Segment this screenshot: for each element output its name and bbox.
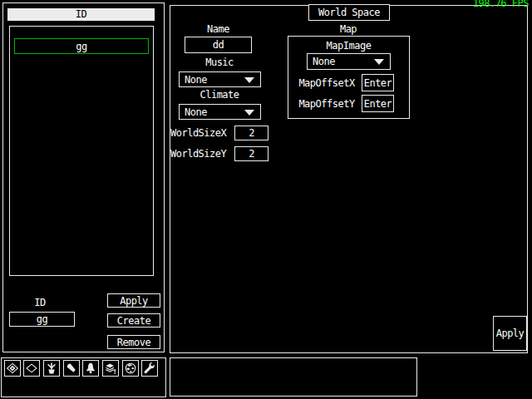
map-image-dropdown[interactable]: None — [307, 53, 391, 70]
id-field-label: ID — [11, 297, 69, 308]
name-label: Name — [185, 23, 252, 35]
tile-empty-tool-button[interactable] — [23, 360, 40, 377]
music-dropdown-value: None — [185, 74, 207, 86]
apply-button[interactable]: Apply — [107, 293, 160, 308]
wrench-tool-button[interactable] — [141, 360, 158, 377]
tile-filled-tool-button[interactable] — [4, 360, 21, 377]
chevron-down-icon — [374, 59, 384, 65]
remove-button[interactable]: Remove — [107, 335, 160, 349]
world-space-title: World Space — [308, 4, 390, 21]
world-size-y-label: WorldSizeY — [170, 148, 225, 160]
tile-empty-icon — [25, 362, 38, 375]
id-list-box[interactable] — [9, 26, 154, 276]
map-offset-x-enter-button[interactable]: Enter — [362, 74, 394, 91]
id-input[interactable]: gg — [9, 312, 75, 327]
pencil-tool-button[interactable] — [63, 360, 80, 377]
map-section-label: Map — [315, 23, 382, 35]
chevron-down-icon — [244, 110, 254, 116]
climate-dropdown[interactable]: None — [179, 104, 261, 120]
bell-tool-button[interactable] — [82, 360, 99, 377]
layers-icon — [104, 362, 117, 375]
map-image-dropdown-value: None — [313, 56, 335, 67]
plant-icon — [45, 362, 58, 375]
chevron-down-icon — [244, 77, 254, 83]
bell-icon — [84, 362, 97, 375]
climate-label: Climate — [178, 89, 261, 101]
tile-filled-icon — [6, 362, 19, 375]
list-item[interactable]: gg — [14, 38, 149, 54]
wrench-icon — [143, 362, 156, 375]
map-image-label: MapImage — [307, 40, 391, 52]
map-offset-y-label: MapOffsetY — [298, 98, 356, 110]
world-size-x-label: WorldSizeX — [170, 127, 225, 139]
id-list-header: ID — [7, 8, 155, 21]
globe-icon — [124, 362, 137, 375]
music-label: Music — [178, 57, 261, 68]
world-apply-button[interactable]: Apply — [493, 316, 527, 351]
console-box[interactable] — [170, 357, 417, 397]
music-dropdown[interactable]: None — [179, 71, 261, 87]
create-button[interactable]: Create — [107, 313, 160, 328]
name-input[interactable]: dd — [185, 37, 252, 53]
climate-dropdown-value: None — [185, 106, 207, 118]
map-offset-x-label: MapOffsetX — [298, 77, 356, 89]
globe-tool-button[interactable] — [122, 360, 139, 377]
fps-counter: 198.76 FPS — [473, 0, 529, 9]
world-size-x-input[interactable]: 2 — [234, 126, 268, 140]
pencil-icon — [65, 362, 78, 375]
layers-tool-button[interactable] — [102, 360, 119, 377]
plant-tool-button[interactable] — [43, 360, 60, 377]
world-size-y-input[interactable]: 2 — [234, 146, 268, 161]
map-offset-y-enter-button[interactable]: Enter — [362, 95, 394, 112]
